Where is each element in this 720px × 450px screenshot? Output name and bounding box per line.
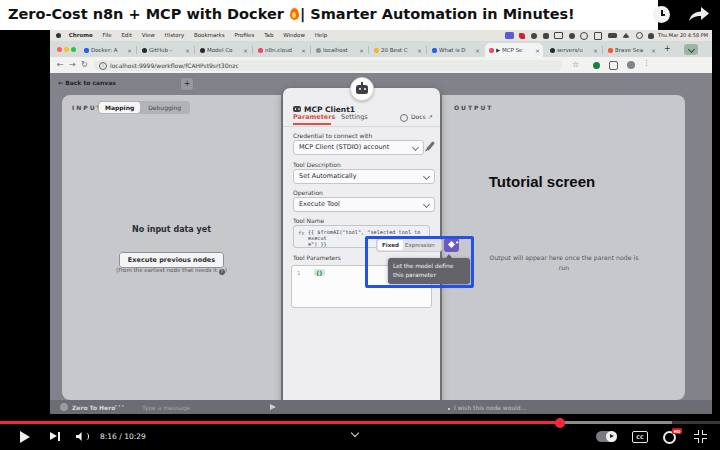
profile-avatar[interactable]: [627, 61, 635, 69]
screen-recording: Chrome File Edit View History Bookmarks …: [50, 30, 712, 414]
app-icon-1[interactable]: [531, 33, 537, 39]
tab-mapping[interactable]: Mapping: [99, 102, 140, 113]
tab-overflow-button[interactable]: [684, 44, 698, 55]
site-info-icon[interactable]: i: [99, 62, 107, 70]
play-button[interactable]: [20, 431, 30, 443]
execute-previous-nodes-button[interactable]: Execute previous nodes: [119, 252, 224, 268]
tab-close-icon[interactable]: ×: [651, 47, 656, 54]
tab-debugging[interactable]: Debugging: [142, 102, 187, 113]
extensions-icon[interactable]: [609, 61, 618, 70]
tab-close-icon[interactable]: ×: [535, 47, 540, 54]
time-display: 8:16 / 10:29: [100, 432, 146, 441]
volume-icon[interactable]: [76, 432, 85, 441]
tab-close-icon[interactable]: ×: [185, 47, 190, 54]
minimize-window-button[interactable]: [64, 47, 69, 52]
extension-green-icon[interactable]: [593, 62, 600, 69]
docs-link[interactable]: Docs ↗: [411, 113, 433, 120]
copy-icon[interactable]: [594, 32, 602, 40]
reload-icon[interactable]: ↻: [81, 60, 88, 69]
menu-tab[interactable]: Tab: [264, 30, 273, 41]
browser-menu-icon[interactable]: ⋮: [643, 59, 650, 67]
credential-select[interactable]: MCP Client (STDIO) account: [293, 140, 424, 155]
forward-icon[interactable]: →: [69, 60, 76, 69]
camera-icon[interactable]: [569, 33, 575, 39]
bookmark-star-icon[interactable]: ☆: [572, 60, 579, 69]
new-tab-button[interactable]: +: [664, 44, 671, 53]
wifi-icon[interactable]: [622, 33, 630, 38]
chevron-down-icon[interactable]: [351, 429, 359, 437]
exit-fullscreen-button[interactable]: [694, 430, 707, 443]
screen-share-icon[interactable]: [505, 32, 514, 39]
menu-help[interactable]: Help: [315, 30, 328, 41]
globe-favicon: [316, 48, 321, 53]
tab-close-icon[interactable]: ×: [359, 47, 364, 54]
display-icon[interactable]: [554, 32, 563, 39]
back-icon[interactable]: ←: [57, 60, 64, 69]
video-title-post: | Smarter Automation in Minutes!: [300, 6, 575, 22]
menu-profiles[interactable]: Profiles: [234, 30, 254, 41]
tab-close-icon[interactable]: ×: [301, 47, 306, 54]
add-node-button[interactable]: +: [180, 77, 194, 91]
maximize-window-button[interactable]: [71, 47, 76, 52]
send-icon[interactable]: [270, 404, 276, 410]
menu-app-name[interactable]: Chrome: [69, 30, 93, 41]
menu-view[interactable]: View: [142, 30, 155, 41]
tab-separator: [426, 46, 427, 54]
tab-docker[interactable]: Docker: A ×: [80, 43, 135, 57]
star-favicon: [374, 48, 379, 53]
docker-favicon: [84, 48, 89, 53]
tab-20-best[interactable]: 20 Best C ×: [370, 43, 425, 57]
docker-favicon: [432, 48, 437, 53]
json-braces-chip: {}: [314, 269, 325, 276]
chat-message-input[interactable]: [140, 403, 244, 412]
tab-close-icon[interactable]: ×: [593, 47, 598, 54]
next-button[interactable]: [50, 432, 57, 440]
menu-edit[interactable]: Edit: [121, 30, 132, 41]
menu-bar-clock[interactable]: Thu Mar 20 4:58 PM: [658, 32, 708, 38]
operation-select[interactable]: Execute Tool: [293, 197, 435, 212]
menu-history[interactable]: History: [165, 30, 185, 41]
tab-brave-search[interactable]: Brave Sea ×: [604, 43, 659, 57]
apple-icon[interactable]: [56, 33, 61, 38]
execute-previous-nodes-wrap: Execute previous nodes: [62, 247, 281, 266]
play-circle-icon[interactable]: [580, 32, 588, 40]
github-favicon: [200, 48, 205, 53]
edit-credential-icon[interactable]: [426, 141, 435, 151]
chat-menu-dots[interactable]: •••: [114, 402, 125, 409]
share-icon[interactable]: [688, 6, 710, 22]
video-title: Zero-Cost n8n + MCP with Docker | Smarte…: [8, 6, 575, 22]
menu-file[interactable]: File: [102, 30, 111, 41]
search-icon[interactable]: [636, 32, 643, 39]
tab-model-context[interactable]: Model Co ×: [196, 43, 251, 57]
tab-n8n-cloud[interactable]: n8n.cloud ×: [254, 43, 309, 57]
tab-close-icon[interactable]: ×: [475, 47, 480, 54]
chrome-toolbar: ← → ↻ i localhost:9999/workflow/fCAHPst9…: [50, 57, 712, 73]
tab-servers[interactable]: servers/u ×: [546, 43, 601, 57]
chevron-down-icon: [423, 201, 430, 208]
captions-button[interactable]: CC: [632, 431, 648, 443]
watch-later-icon[interactable]: [653, 6, 670, 23]
user-icon[interactable]: [648, 33, 654, 39]
tab-localhost[interactable]: localhost ×: [312, 43, 367, 57]
address-bar[interactable]: i localhost:9999/workflow/fCAHPst9srt30n…: [94, 60, 562, 71]
app-icon-2[interactable]: [543, 33, 549, 39]
tab-separator: [136, 46, 137, 54]
tab-parameters[interactable]: Parameters: [293, 113, 335, 121]
tab-close-icon[interactable]: ×: [127, 47, 132, 54]
tool-description-select[interactable]: Set Automatically: [293, 169, 435, 184]
tab-close-icon[interactable]: ×: [243, 47, 248, 54]
menu-window[interactable]: Window: [283, 30, 305, 41]
wish-text[interactable]: I wish this node would...: [454, 404, 526, 411]
close-window-button[interactable]: [57, 47, 62, 52]
tab-what-is-docker[interactable]: What is D ×: [428, 43, 483, 57]
back-to-canvas-link[interactable]: ← Back to canvas: [58, 79, 116, 86]
tab-github[interactable]: GitHub - ×: [138, 43, 193, 57]
tab-settings[interactable]: Settings: [341, 113, 368, 121]
pen-icon[interactable]: [519, 33, 525, 39]
tab-close-icon[interactable]: ×: [417, 47, 422, 54]
tab-mcp-server-active[interactable]: ▶ MCP Se ×: [485, 43, 543, 57]
menu-bookmarks[interactable]: Bookmarks: [194, 30, 225, 41]
autoplay-toggle[interactable]: [596, 431, 617, 442]
battery-icon[interactable]: [608, 33, 617, 38]
tool-description-label: Tool Description: [293, 161, 341, 168]
